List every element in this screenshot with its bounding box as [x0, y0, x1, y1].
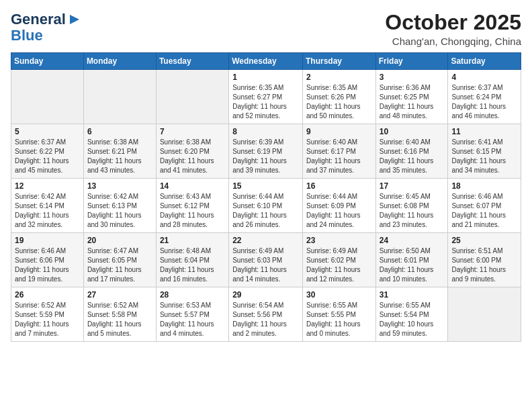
day-cell: 7Sunrise: 6:38 AM Sunset: 6:20 PM Daylig… [156, 124, 228, 179]
day-number: 28 [160, 290, 225, 300]
day-number: 18 [451, 181, 517, 191]
day-number: 31 [380, 290, 445, 300]
day-cell: 5Sunrise: 6:37 AM Sunset: 6:22 PM Daylig… [11, 124, 84, 179]
day-info: Sunrise: 6:55 AM Sunset: 5:54 PM Dayligh… [380, 301, 445, 338]
day-info: Sunrise: 6:37 AM Sunset: 6:24 PM Dayligh… [451, 83, 517, 121]
day-cell: 24Sunrise: 6:50 AM Sunset: 6:01 PM Dayli… [375, 233, 448, 287]
weekday-wednesday: Wednesday [229, 53, 303, 70]
svg-marker-0 [70, 15, 79, 24]
day-cell: 12Sunrise: 6:42 AM Sunset: 6:14 PM Dayli… [11, 179, 84, 233]
day-number: 26 [15, 290, 80, 300]
day-info: Sunrise: 6:44 AM Sunset: 6:10 PM Dayligh… [232, 192, 299, 230]
calendar-table: SundayMondayTuesdayWednesdayThursdayFrid… [11, 52, 521, 342]
weekday-saturday: Saturday [448, 53, 521, 70]
day-cell: 8Sunrise: 6:39 AM Sunset: 6:19 PM Daylig… [229, 124, 303, 179]
day-number: 10 [380, 127, 445, 136]
day-cell: 18Sunrise: 6:46 AM Sunset: 6:07 PM Dayli… [448, 179, 521, 233]
day-info: Sunrise: 6:48 AM Sunset: 6:04 PM Dayligh… [160, 246, 225, 284]
day-info: Sunrise: 6:38 AM Sunset: 6:20 PM Dayligh… [160, 138, 225, 175]
day-number: 3 [380, 73, 445, 82]
logo-general: General [11, 11, 66, 28]
day-number: 25 [451, 236, 517, 245]
day-cell [83, 70, 156, 124]
day-cell: 10Sunrise: 6:40 AM Sunset: 6:16 PM Dayli… [375, 124, 448, 179]
day-number: 6 [87, 127, 152, 136]
day-info: Sunrise: 6:36 AM Sunset: 6:25 PM Dayligh… [380, 83, 445, 121]
day-info: Sunrise: 6:46 AM Sunset: 6:07 PM Dayligh… [451, 192, 517, 230]
day-info: Sunrise: 6:54 AM Sunset: 5:56 PM Dayligh… [232, 301, 299, 338]
day-info: Sunrise: 6:47 AM Sunset: 6:05 PM Dayligh… [87, 246, 152, 284]
day-cell: 16Sunrise: 6:44 AM Sunset: 6:09 PM Dayli… [302, 179, 375, 233]
day-cell: 22Sunrise: 6:49 AM Sunset: 6:03 PM Dayli… [229, 233, 303, 287]
week-row-1: 1Sunrise: 6:35 AM Sunset: 6:27 PM Daylig… [11, 70, 521, 124]
day-number: 16 [306, 181, 372, 191]
day-cell: 26Sunrise: 6:52 AM Sunset: 5:59 PM Dayli… [11, 287, 84, 342]
day-info: Sunrise: 6:45 AM Sunset: 6:08 PM Dayligh… [380, 192, 445, 230]
day-number: 11 [451, 127, 517, 136]
day-cell: 11Sunrise: 6:41 AM Sunset: 6:15 PM Dayli… [448, 124, 521, 179]
day-number: 4 [451, 73, 517, 82]
month-title: October 2025 [385, 11, 521, 34]
day-info: Sunrise: 6:42 AM Sunset: 6:14 PM Dayligh… [15, 192, 80, 230]
day-cell: 13Sunrise: 6:42 AM Sunset: 6:13 PM Dayli… [83, 179, 156, 233]
day-info: Sunrise: 6:37 AM Sunset: 6:22 PM Dayligh… [15, 138, 80, 175]
day-info: Sunrise: 6:39 AM Sunset: 6:19 PM Dayligh… [232, 138, 299, 175]
day-info: Sunrise: 6:35 AM Sunset: 6:26 PM Dayligh… [306, 83, 372, 121]
header: General Blue October 2025 Chang'an, Chon… [11, 11, 521, 47]
day-cell: 4Sunrise: 6:37 AM Sunset: 6:24 PM Daylig… [448, 70, 521, 124]
day-info: Sunrise: 6:41 AM Sunset: 6:15 PM Dayligh… [451, 138, 517, 175]
day-number: 14 [160, 181, 225, 191]
day-cell: 31Sunrise: 6:55 AM Sunset: 5:54 PM Dayli… [375, 287, 448, 342]
weekday-thursday: Thursday [302, 53, 375, 70]
weekday-tuesday: Tuesday [156, 53, 228, 70]
day-number: 5 [15, 127, 80, 136]
day-cell: 21Sunrise: 6:48 AM Sunset: 6:04 PM Dayli… [156, 233, 228, 287]
day-info: Sunrise: 6:51 AM Sunset: 6:00 PM Dayligh… [451, 246, 517, 284]
day-info: Sunrise: 6:44 AM Sunset: 6:09 PM Dayligh… [306, 192, 372, 230]
day-number: 21 [160, 236, 225, 245]
day-info: Sunrise: 6:43 AM Sunset: 6:12 PM Dayligh… [160, 192, 225, 230]
day-cell: 28Sunrise: 6:53 AM Sunset: 5:57 PM Dayli… [156, 287, 228, 342]
weekday-header-row: SundayMondayTuesdayWednesdayThursdayFrid… [11, 53, 521, 70]
day-number: 23 [306, 236, 372, 245]
logo-icon [67, 12, 82, 27]
day-cell: 25Sunrise: 6:51 AM Sunset: 6:00 PM Dayli… [448, 233, 521, 287]
day-number: 8 [232, 127, 299, 136]
day-info: Sunrise: 6:50 AM Sunset: 6:01 PM Dayligh… [380, 246, 445, 284]
day-info: Sunrise: 6:49 AM Sunset: 6:02 PM Dayligh… [306, 246, 372, 284]
week-row-2: 5Sunrise: 6:37 AM Sunset: 6:22 PM Daylig… [11, 124, 521, 179]
logo: General Blue [11, 11, 82, 43]
day-number: 27 [87, 290, 152, 300]
day-info: Sunrise: 6:38 AM Sunset: 6:21 PM Dayligh… [87, 138, 152, 175]
day-info: Sunrise: 6:40 AM Sunset: 6:17 PM Dayligh… [306, 138, 372, 175]
day-number: 15 [232, 181, 299, 191]
day-info: Sunrise: 6:35 AM Sunset: 6:27 PM Dayligh… [232, 83, 299, 121]
day-number: 2 [306, 73, 372, 82]
weekday-sunday: Sunday [11, 53, 84, 70]
day-info: Sunrise: 6:46 AM Sunset: 6:06 PM Dayligh… [15, 246, 80, 284]
day-cell: 2Sunrise: 6:35 AM Sunset: 6:26 PM Daylig… [302, 70, 375, 124]
week-row-5: 26Sunrise: 6:52 AM Sunset: 5:59 PM Dayli… [11, 287, 521, 342]
day-cell [448, 287, 521, 342]
day-cell: 20Sunrise: 6:47 AM Sunset: 6:05 PM Dayli… [83, 233, 156, 287]
day-number: 12 [15, 181, 80, 191]
weekday-friday: Friday [375, 53, 448, 70]
logo-text: General [11, 11, 82, 28]
day-cell: 3Sunrise: 6:36 AM Sunset: 6:25 PM Daylig… [375, 70, 448, 124]
day-cell: 30Sunrise: 6:55 AM Sunset: 5:55 PM Dayli… [302, 287, 375, 342]
location: Chang'an, Chongqing, China [385, 36, 521, 47]
day-cell: 23Sunrise: 6:49 AM Sunset: 6:02 PM Dayli… [302, 233, 375, 287]
week-row-3: 12Sunrise: 6:42 AM Sunset: 6:14 PM Dayli… [11, 179, 521, 233]
day-cell: 6Sunrise: 6:38 AM Sunset: 6:21 PM Daylig… [83, 124, 156, 179]
day-number: 30 [306, 290, 372, 300]
day-number: 9 [306, 127, 372, 136]
day-cell: 15Sunrise: 6:44 AM Sunset: 6:10 PM Dayli… [229, 179, 303, 233]
day-cell: 9Sunrise: 6:40 AM Sunset: 6:17 PM Daylig… [302, 124, 375, 179]
day-number: 22 [232, 236, 299, 245]
day-cell: 17Sunrise: 6:45 AM Sunset: 6:08 PM Dayli… [375, 179, 448, 233]
title-block: October 2025 Chang'an, Chongqing, China [385, 11, 521, 47]
day-cell [156, 70, 228, 124]
day-number: 13 [87, 181, 152, 191]
day-number: 17 [380, 181, 445, 191]
day-cell: 19Sunrise: 6:46 AM Sunset: 6:06 PM Dayli… [11, 233, 84, 287]
